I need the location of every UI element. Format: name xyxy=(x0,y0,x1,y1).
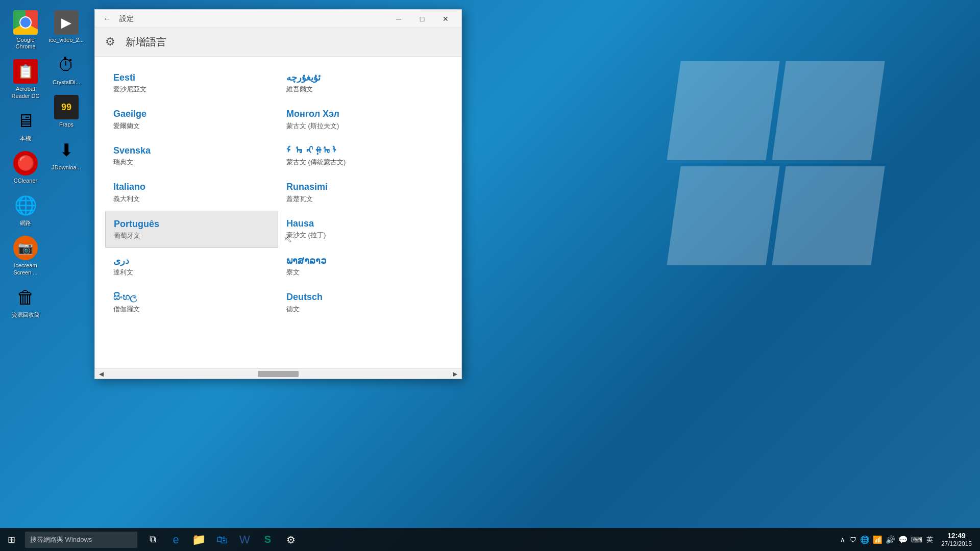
settings-header: ⚙ 新增語言 xyxy=(95,28,461,57)
acrobat-label: Acrobat Reader DC xyxy=(6,86,45,99)
scroll-left-button[interactable]: ◀ xyxy=(95,370,108,378)
store-icon: 🛍 xyxy=(216,533,228,546)
lang-native-lao: ພາສາລາວ xyxy=(286,255,443,267)
lang-native-gaeilge: Gaeilge xyxy=(113,108,270,120)
language-item-svenska[interactable]: Svenska瑞典文 xyxy=(105,138,278,174)
lang-chinese-italiano: 義大利文 xyxy=(113,194,270,204)
back-button[interactable]: ← xyxy=(99,11,115,27)
explorer-icon: 📁 xyxy=(192,533,206,546)
lang-chinese-runasimi: 蓋楚瓦文 xyxy=(286,194,443,204)
language-item-hausa[interactable]: Hausa豪沙文 (拉丁) xyxy=(278,211,451,248)
taskbar-sway[interactable]: S xyxy=(256,528,279,551)
title-bar: ← 設定 ─ □ ✕ xyxy=(95,10,461,28)
fraps-icon: 99 xyxy=(54,95,79,119)
language-item-deutsch[interactable]: Deutsch德文 xyxy=(278,284,451,320)
scroll-thumb[interactable] xyxy=(258,371,299,377)
desktop-icon-crystal[interactable]: ⏱ CrystalDi... xyxy=(46,53,87,86)
tray-volume-icon: 🔊 xyxy=(886,535,895,544)
desktop-icon-computer[interactable]: 🖥 本機 xyxy=(5,109,46,142)
taskbar-store[interactable]: 🛍 xyxy=(210,528,233,551)
recycle-label: 資源回收筒 xyxy=(12,312,40,318)
task-view-icon: ⧉ xyxy=(150,534,156,545)
desktop-icon-area: Google Chrome 📋 Acrobat Reader DC 🖥 本機 🔴… xyxy=(0,0,102,367)
language-item-dari[interactable]: دری達利文 xyxy=(105,248,278,284)
desktop-icon-chrome[interactable]: Google Chrome xyxy=(5,10,46,50)
lang-native-portugues: Português xyxy=(114,218,270,230)
window-controls: ─ □ ✕ xyxy=(387,10,457,28)
minimize-button[interactable]: ─ xyxy=(387,10,410,28)
lang-native-mongolian: Монгол Хэл xyxy=(286,108,443,120)
taskbar-explorer[interactable]: 📁 xyxy=(187,528,210,551)
language-item-uyghur[interactable]: ئۇيغۇرچە維吾爾文 xyxy=(278,65,451,101)
lang-chinese-mongolian: 蒙古文 (斯拉夫文) xyxy=(286,121,443,131)
tray-lang[interactable]: 英 xyxy=(926,535,933,544)
close-button[interactable]: ✕ xyxy=(434,10,457,28)
tray-clock[interactable]: 12:49 27/12/2015 xyxy=(937,531,976,548)
desktop-icon-ccleaner[interactable]: 🔴 CCleaner xyxy=(5,151,46,184)
lang-native-hausa: Hausa xyxy=(286,218,443,230)
desktop-icon-fraps[interactable]: 99 Fraps xyxy=(46,95,87,128)
icecream-label: Icecream Screen ... xyxy=(6,262,45,276)
language-item-mongolian-trad[interactable]: ᠮᠣᠩᠭᠣᠯ蒙古文 (傳統蒙古文) xyxy=(278,138,451,174)
settings-window: ← 設定 ─ □ ✕ ⚙ 新增語言 Eesti愛沙尼亞文ئۇيغۇرچە維吾爾文… xyxy=(94,9,462,379)
chrome-icon xyxy=(13,10,38,35)
computer-icon: 🖥 xyxy=(13,109,38,133)
lang-chinese-sinhala: 僧伽羅文 xyxy=(113,305,270,314)
lang-native-runasimi: Runasimi xyxy=(286,181,443,193)
jdownload-icon: ⬇ xyxy=(54,138,79,162)
maximize-button[interactable]: □ xyxy=(410,10,434,28)
search-label: 搜尋網路與 Windows xyxy=(30,535,92,544)
language-item-portugues[interactable]: Português葡萄牙文 xyxy=(105,211,278,248)
language-item-italiano[interactable]: Italiano義大利文 xyxy=(105,174,278,210)
taskbar-edge[interactable]: e xyxy=(164,528,187,551)
taskbar-search[interactable]: 搜尋網路與 Windows xyxy=(25,532,137,548)
edge-icon: e xyxy=(173,533,179,546)
taskbar-tray: ∧ 🛡 🌐 📶 🔊 💬 ⌨ 英 12:49 27/12/2015 xyxy=(840,531,980,548)
tray-expand[interactable]: ∧ xyxy=(840,536,845,543)
acrobat-icon: 📋 xyxy=(13,59,38,84)
taskbar-word[interactable]: W xyxy=(233,528,256,551)
tray-time: 12:49 xyxy=(947,531,966,540)
crystal-icon: ⏱ xyxy=(54,53,79,77)
sway-icon: S xyxy=(264,534,271,545)
lang-chinese-gaeilge: 愛爾蘭文 xyxy=(113,121,270,131)
lang-chinese-mongolian-trad: 蒙古文 (傳統蒙古文) xyxy=(286,158,443,167)
lang-native-italiano: Italiano xyxy=(113,181,270,193)
taskbar-settings[interactable]: ⚙ xyxy=(279,528,302,551)
recycle-icon: 🗑 xyxy=(13,285,38,310)
gear-icon: ⚙ xyxy=(105,35,119,49)
lang-chinese-svenska: 瑞典文 xyxy=(113,158,270,167)
language-item-gaeilge[interactable]: Gaeilge愛爾蘭文 xyxy=(105,101,278,137)
language-item-mongolian[interactable]: Монгол Хэл蒙古文 (斯拉夫文) xyxy=(278,101,451,137)
language-item-eesti[interactable]: Eesti愛沙尼亞文 xyxy=(105,65,278,101)
desktop-icon-icevideo[interactable]: ▶ ice_video_2... xyxy=(46,10,87,43)
chrome-label: Google Chrome xyxy=(6,37,45,50)
language-item-lao[interactable]: ພາສາລາວ寮文 xyxy=(278,248,451,284)
language-item-sinhala[interactable]: සිංහල僧伽羅文 xyxy=(105,284,278,320)
lang-chinese-lao: 寮文 xyxy=(286,268,443,277)
desktop-icon-jdownload[interactable]: ⬇ JDownloa... xyxy=(46,138,87,171)
tray-chat-icon: 💬 xyxy=(898,535,908,544)
tray-network-icon: 📶 xyxy=(873,535,883,544)
taskbar: ⊞ 搜尋網路與 Windows ⧉ e 📁 🛍 W S xyxy=(0,528,980,551)
tray-icons: 🛡 🌐 📶 🔊 💬 ⌨ xyxy=(849,535,922,544)
lang-native-deutsch: Deutsch xyxy=(286,291,443,303)
lang-chinese-uyghur: 維吾爾文 xyxy=(286,85,443,94)
lang-chinese-portugues: 葡萄牙文 xyxy=(114,231,270,240)
desktop-icon-acrobat[interactable]: 📋 Acrobat Reader DC xyxy=(5,59,46,99)
desktop-icon-icecream[interactable]: 📷 Icecream Screen ... xyxy=(5,236,46,276)
lang-chinese-hausa: 豪沙文 (拉丁) xyxy=(286,231,443,240)
icevideo-icon: ▶ xyxy=(54,10,79,35)
settings-icon: ⚙ xyxy=(286,534,296,546)
desktop-icon-network[interactable]: 🌐 網路 xyxy=(5,193,46,227)
language-item-runasimi[interactable]: Runasimi蓋楚瓦文 xyxy=(278,174,451,210)
desktop-icon-recycle[interactable]: 🗑 資源回收筒 xyxy=(5,285,46,318)
start-button[interactable]: ⊞ xyxy=(0,528,23,551)
ccleaner-label: CCleaner xyxy=(14,178,37,184)
lang-chinese-dari: 達利文 xyxy=(113,268,270,277)
scroll-area[interactable]: ◀ ▶ xyxy=(95,368,461,379)
taskbar-task-view[interactable]: ⧉ xyxy=(141,528,164,551)
scroll-right-button[interactable]: ▶ xyxy=(449,370,461,378)
page-title: 新增語言 xyxy=(126,35,166,49)
lang-chinese-eesti: 愛沙尼亞文 xyxy=(113,85,270,94)
